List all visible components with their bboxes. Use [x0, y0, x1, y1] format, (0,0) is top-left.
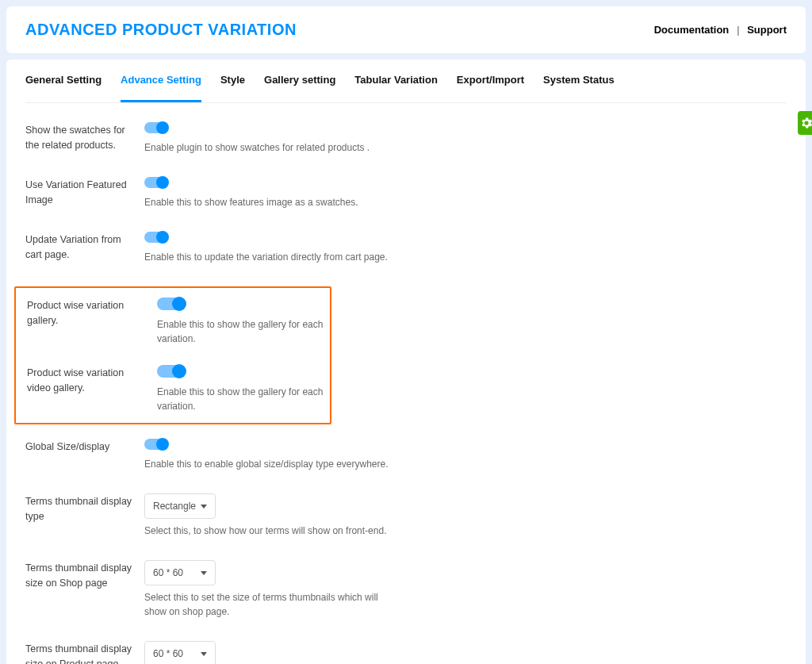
label-product-gallery: Product wise variation gallery. [27, 297, 157, 328]
control-update-variation-cart: Enable this to update the variation dire… [144, 232, 787, 264]
tab-export-import[interactable]: Export/Import [457, 59, 524, 102]
setting-thumb-display-type: Terms thumbnail display type Rectangle S… [25, 493, 787, 538]
label-thumb-display-type: Terms thumbnail display type [25, 493, 144, 524]
control-thumb-size-product: 60 * 60 Select this to set the size of t… [144, 641, 787, 664]
toggle-update-variation-cart[interactable] [144, 232, 167, 243]
toggle-variation-featured[interactable] [144, 177, 167, 188]
label-product-video-gallery: Product wise variation video gallery. [27, 365, 157, 396]
tab-tabular-variation[interactable]: Tabular Variation [354, 59, 438, 102]
desc-update-variation-cart: Enable this to update the variation dire… [144, 250, 398, 264]
setting-update-variation-cart: Update Variation from cart page. Enable … [25, 232, 787, 264]
tab-general-setting[interactable]: General Setting [25, 59, 102, 102]
setting-variation-featured: Use Variation Featured Image Enable this… [25, 177, 787, 209]
main-panel: General Setting Advance Setting Style Ga… [6, 59, 806, 664]
tab-gallery-setting[interactable]: Gallery setting [264, 59, 335, 102]
header-bar: ADVANCED PRODUCT VARIATION Documentation… [6, 6, 806, 53]
toggle-global-size[interactable] [144, 439, 167, 450]
desc-product-gallery: Enable this to show the gallery for each… [157, 317, 330, 346]
select-value-thumb-display-type: Rectangle [153, 501, 196, 512]
control-thumb-size-shop: 60 * 60 Select this to set the size of t… [144, 560, 787, 619]
control-global-size: Enable this to enable global size/displa… [144, 439, 787, 471]
control-product-gallery: Enable this to show the gallery for each… [157, 297, 330, 346]
settings-form: Show the swatches for the related produc… [25, 103, 787, 664]
toggle-product-gallery[interactable] [157, 297, 184, 310]
tab-style[interactable]: Style [220, 59, 245, 102]
setting-global-size: Global Size/display Enable this to enabl… [25, 439, 787, 471]
tab-system-status[interactable]: System Status [543, 59, 615, 102]
setting-thumb-size-product: Terms thumbnail display size on Product … [25, 641, 787, 664]
tabs: General Setting Advance Setting Style Ga… [25, 59, 787, 103]
desc-product-video-gallery: Enable this to show the gallery for each… [157, 385, 330, 413]
gear-icon [799, 116, 813, 130]
select-value-thumb-size-product: 60 * 60 [153, 648, 183, 659]
floating-settings-button[interactable] [798, 111, 812, 135]
setting-product-gallery: Product wise variation gallery. Enable t… [27, 297, 330, 346]
label-thumb-size-product: Terms thumbnail display size on Product … [25, 641, 144, 664]
toggle-product-video-gallery[interactable] [157, 365, 184, 378]
label-thumb-size-shop: Terms thumbnail display size on Shop pag… [25, 560, 144, 591]
label-update-variation-cart: Update Variation from cart page. [25, 232, 144, 263]
desc-swatches-related: Enable plugin to show swatches for relat… [144, 140, 398, 155]
setting-product-video-gallery: Product wise variation video gallery. En… [27, 365, 330, 413]
control-thumb-display-type: Rectangle Select this, to show how our t… [144, 493, 787, 538]
page-title: ADVANCED PRODUCT VARIATION [25, 21, 297, 39]
setting-swatches-related: Show the swatches for the related produc… [25, 122, 787, 155]
control-variation-featured: Enable this to show features image as a … [144, 177, 787, 209]
highlighted-settings: Product wise variation gallery. Enable t… [14, 286, 331, 424]
select-thumb-size-shop[interactable]: 60 * 60 [144, 560, 216, 585]
label-global-size: Global Size/display [25, 439, 144, 455]
setting-thumb-size-shop: Terms thumbnail display size on Shop pag… [25, 560, 787, 619]
documentation-link[interactable]: Documentation [654, 24, 730, 36]
select-thumb-display-type[interactable]: Rectangle [144, 493, 216, 519]
link-divider: | [737, 24, 740, 36]
header-links: Documentation | Support [654, 24, 787, 36]
control-product-video-gallery: Enable this to show the gallery for each… [157, 365, 330, 413]
control-swatches-related: Enable plugin to show swatches for relat… [144, 122, 787, 155]
desc-global-size: Enable this to enable global size/displa… [144, 457, 398, 471]
tab-advance-setting[interactable]: Advance Setting [121, 59, 201, 102]
label-swatches-related: Show the swatches for the related produc… [25, 122, 144, 153]
support-link[interactable]: Support [747, 24, 787, 36]
label-variation-featured: Use Variation Featured Image [25, 177, 144, 208]
desc-variation-featured: Enable this to show features image as a … [144, 195, 398, 209]
desc-thumb-display-type: Select this, to show how our terms will … [144, 524, 398, 538]
select-thumb-size-product[interactable]: 60 * 60 [144, 641, 216, 664]
desc-thumb-size-shop: Select this to set the size of terms thu… [144, 590, 398, 619]
select-value-thumb-size-shop: 60 * 60 [153, 567, 183, 578]
toggle-swatches-related[interactable] [144, 122, 167, 133]
